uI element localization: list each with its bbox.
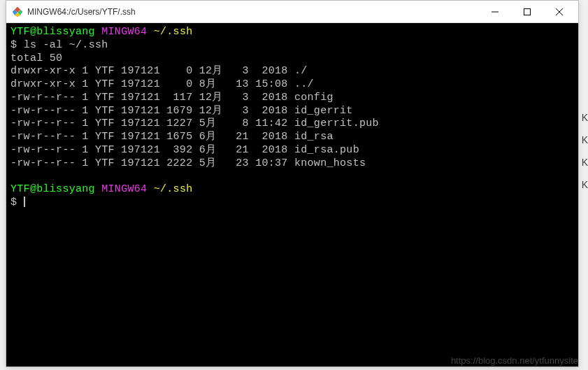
command-line: $ ls -al ~/.ssh <box>10 39 574 52</box>
file-entry: drwxr-xr-x 1 YTF 197121 0 12月 3 2018 ./ <box>10 65 574 78</box>
file-entry: -rw-r--r-- 1 YTF 197121 2222 5月 23 10:37… <box>10 157 574 171</box>
window-controls <box>479 2 575 22</box>
prompt-ready: $ <box>10 197 574 210</box>
file-entry: -rw-r--r-- 1 YTF 197121 1679 12月 3 2018 … <box>10 105 574 118</box>
prompt-host: MINGW64 <box>101 183 147 195</box>
output-listing: drwxr-xr-x 1 YTF 197121 0 12月 3 2018 ./d… <box>10 65 574 170</box>
prompt-user: YTF@blissyang <box>10 26 95 38</box>
prompt-path: ~/.ssh <box>154 26 193 38</box>
terminal-window: MINGW64:/c/Users/YTF/.ssh YTF@blissyang … <box>6 0 579 367</box>
watermark: https://blog.csdn.net/ytfunnysite <box>451 355 578 366</box>
file-entry: -rw-r--r-- 1 YTF 197121 1675 6月 21 2018 … <box>10 131 574 144</box>
file-entry: -rw-r--r-- 1 YTF 197121 392 6月 21 2018 i… <box>10 144 574 157</box>
close-icon <box>556 8 563 15</box>
window-title: MINGW64:/c/Users/YTF/.ssh <box>27 7 479 17</box>
terminal-body[interactable]: YTF@blissyang MINGW64 ~/.ssh$ ls -al ~/.… <box>6 23 578 367</box>
cursor <box>24 197 25 207</box>
maximize-icon <box>524 8 531 15</box>
maximize-button[interactable] <box>511 2 543 22</box>
prompt-symbol: $ <box>10 39 17 51</box>
command-text: ls -al ~/.ssh <box>24 39 108 51</box>
file-entry: -rw-r--r-- 1 YTF 197121 117 12月 3 2018 c… <box>10 92 574 105</box>
output-total: total 50 <box>10 52 574 66</box>
minimize-button[interactable] <box>479 2 511 22</box>
prompt-host: MINGW64 <box>101 26 147 38</box>
file-entry: drwxr-xr-x 1 YTF 197121 0 8月 13 15:08 ..… <box>10 78 574 92</box>
titlebar[interactable]: MINGW64:/c/Users/YTF/.ssh <box>6 1 578 23</box>
side-cropped-text: K K K K <box>582 112 588 190</box>
file-entry: -rw-r--r-- 1 YTF 197121 1227 5月 8 11:42 … <box>10 118 574 131</box>
minimize-icon <box>492 8 499 15</box>
prompt-line-2: YTF@blissyang MINGW64 ~/.ssh <box>10 183 574 197</box>
close-button[interactable] <box>543 2 575 22</box>
blank-line <box>10 170 574 183</box>
app-icon <box>12 6 23 17</box>
prompt-symbol: $ <box>10 197 17 208</box>
prompt-line-1: YTF@blissyang MINGW64 ~/.ssh <box>10 26 574 39</box>
prompt-user: YTF@blissyang <box>10 183 95 195</box>
svg-rect-6 <box>524 8 531 15</box>
prompt-path: ~/.ssh <box>154 183 193 195</box>
